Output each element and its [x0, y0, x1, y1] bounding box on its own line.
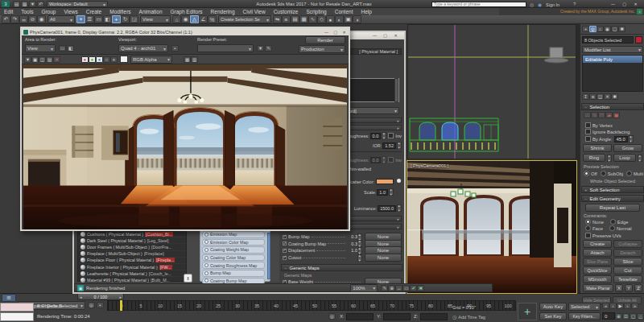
collapse-button[interactable]: Collapse [613, 240, 642, 248]
material-item-fireplace-interior[interactable]: Fireplace Interior ( Physical Material )… [79, 264, 186, 270]
maxscript-listener-white[interactable] [0, 312, 34, 321]
menu-create[interactable]: Create [82, 9, 106, 14]
map-slot-item[interactable]: Coating Roughness Map [202, 262, 265, 269]
menu-group[interactable]: Group [37, 9, 60, 14]
transform-type-in-icon[interactable]: ◎ [328, 313, 336, 320]
banner-arrow-icon[interactable]: › [637, 9, 642, 14]
render-setup-small-icon[interactable]: ✎ [265, 45, 272, 52]
save-file-icon[interactable]: ▼ [29, 1, 36, 7]
edit-geometry-rollout-header[interactable]: Edit Geometry [581, 195, 644, 202]
quickslice-button[interactable]: QuickSlice [583, 266, 612, 275]
rfw-minimize-icon[interactable]: — [322, 29, 331, 35]
roughness-inv-checkbox[interactable]: Inv [388, 133, 402, 138]
select-and-move-icon[interactable]: + [112, 15, 121, 23]
menu-content[interactable]: Content [331, 9, 357, 14]
preserve-uvs-checkbox[interactable]: Preserve UVs [585, 233, 621, 238]
edit-region-icon[interactable]: ▭ [59, 45, 66, 52]
snaps-toggle-icon[interactable]: △ [190, 15, 199, 23]
selection-lock-icon[interactable]: ▪ [97, 302, 104, 308]
node-thumbnail[interactable]: ‖ [184, 274, 192, 283]
tab-utilities-icon[interactable]: ✱ [618, 26, 625, 32]
selection-bracket-icon[interactable]: + [518, 303, 537, 320]
menu-help[interactable]: Help [357, 9, 375, 14]
use-pivot-point-icon[interactable]: ⌂ [172, 15, 181, 23]
bind-to-space-warp-icon[interactable]: ◉ [37, 15, 46, 23]
ring-spinner[interactable] [607, 155, 612, 162]
roughness-value[interactable]: 0.0 [370, 133, 382, 139]
generic-maps-rollout-header[interactable]: Generic Maps [281, 264, 402, 271]
map-slot-item[interactable]: Emission Map [202, 231, 265, 238]
border-mode-icon[interactable]: ◠ [598, 112, 605, 118]
pin-stack-icon[interactable]: ↧ [582, 93, 589, 100]
scatter-connect-dot[interactable] [397, 179, 401, 183]
stack-item-editable-poly[interactable]: Editable Poly [583, 56, 642, 63]
new-file-icon[interactable]: ▤ [13, 1, 20, 7]
maximize-button[interactable]: ▢ [620, 1, 629, 7]
ring-button[interactable]: Ring [583, 154, 605, 162]
viewport-dropdown[interactable]: Quad 4 - arch01 [118, 44, 168, 52]
node-scrollbar[interactable] [267, 233, 270, 279]
eyedropper-icon[interactable]: ✎ [381, 285, 388, 291]
area-to-render-dropdown[interactable]: View [25, 44, 56, 52]
map-slot-item[interactable]: Bump Map [202, 270, 265, 277]
next-frame-icon[interactable]: › [624, 303, 631, 309]
viewport-layout-button-1[interactable]: ⊞ [2, 294, 16, 302]
material-item-dark-steel[interactable]: Dark Steel ( Physical Material ) [Leg_St… [79, 237, 186, 244]
region-tool-icon[interactable]: ▭ [402, 285, 410, 291]
viewport-lock-icon[interactable]: ▪ [171, 45, 179, 52]
layer-manager-icon[interactable]: ▤ [291, 15, 299, 23]
schematic-view-icon[interactable]: ◇ [317, 15, 326, 23]
luminance-value[interactable]: 1500.0 [378, 205, 396, 212]
play-icon[interactable]: ▶ [617, 303, 624, 309]
slate-minimize-icon[interactable]: — [370, 32, 379, 39]
by-angle-value[interactable]: 45.0 [614, 136, 628, 142]
rendered-image[interactable] [23, 64, 347, 229]
detach-button[interactable]: Detach [613, 249, 642, 257]
select-and-rotate-icon[interactable]: ↻ [121, 15, 130, 23]
z-coordinate-field[interactable] [420, 313, 448, 320]
loop-button[interactable]: Loop [613, 154, 636, 162]
curve-editor-icon[interactable]: ∿ [308, 15, 317, 23]
select-and-link-icon[interactable]: ∞ [19, 15, 28, 23]
render-production-icon[interactable]: ◑ [353, 15, 361, 23]
menu-graph-editors[interactable]: Graph Editors [167, 9, 207, 14]
fov-icon[interactable]: △ [637, 313, 644, 320]
element-mode-icon[interactable]: ◼ [613, 112, 620, 118]
repeat-last-button[interactable]: Repeat Last [585, 204, 640, 212]
tab-create-icon[interactable]: + [582, 26, 589, 32]
object-color-swatch[interactable] [635, 36, 642, 43]
scale-spinner[interactable] [389, 188, 394, 196]
auto-region-icon[interactable]: ◧ [67, 45, 74, 52]
mirror-icon[interactable]: ⇋ [273, 15, 282, 23]
set-key-button[interactable]: Set Key [539, 312, 567, 320]
search-icon[interactable]: ◎ [530, 2, 534, 7]
menu-edit[interactable]: Edit [0, 9, 17, 14]
menu-rendering[interactable]: Rendering [207, 9, 239, 14]
add-time-tag[interactable]: ◷ Add Time Tag [452, 314, 485, 320]
tessellate-button[interactable]: Tessellate [613, 275, 642, 283]
edge-mode-icon[interactable]: ∿ [591, 112, 598, 118]
loop-spinner[interactable] [638, 155, 642, 162]
minimize-button[interactable]: — [609, 1, 617, 7]
map-enable-checkbox[interactable] [283, 256, 287, 260]
selected-set-dropdown[interactable]: Selected [568, 303, 601, 311]
map-enable-checkbox[interactable] [283, 242, 287, 246]
auto-key-button[interactable]: Auto Key [539, 303, 567, 311]
preset-save-icon[interactable]: ▼ [257, 45, 264, 52]
preview-multi-radio[interactable]: Multi [626, 171, 643, 176]
configure-stack-icon[interactable]: ✱ [611, 93, 618, 100]
pan-tool-icon[interactable]: ↔ [395, 285, 402, 291]
select-and-manipulate-icon[interactable]: ◉ [181, 15, 190, 23]
planar-x-button[interactable]: X [615, 284, 623, 292]
preview-off-radio[interactable]: Off [584, 171, 597, 176]
by-angle-checkbox[interactable]: By Angle: 45.0 [585, 135, 634, 142]
close-button[interactable]: ✕ [631, 1, 640, 7]
render-setup-icon[interactable]: ◐ [335, 15, 344, 23]
maxscript-listener-pink[interactable] [0, 303, 34, 312]
scale-value[interactable]: 1.0 [377, 189, 388, 196]
modifier-list-dropdown[interactable]: Modifier List [582, 46, 643, 53]
viewport-label[interactable]: [ PhysCamera001 ] [411, 163, 448, 168]
window-crossing-icon[interactable]: ◧ [103, 15, 112, 23]
x-coordinate-field[interactable] [346, 313, 374, 320]
unlink-selection-icon[interactable]: ⊘ [28, 15, 37, 23]
